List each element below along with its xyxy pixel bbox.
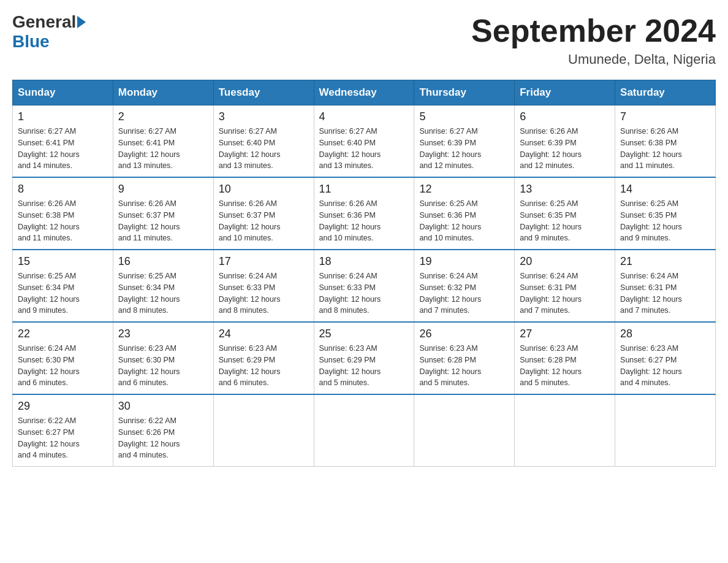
day-number: 3 xyxy=(219,110,309,123)
day-info: Sunrise: 6:27 AMSunset: 6:40 PMDaylight:… xyxy=(319,126,409,172)
calendar-cell: 7Sunrise: 6:26 AMSunset: 6:38 PMDaylight… xyxy=(615,105,716,178)
day-number: 30 xyxy=(118,400,208,413)
day-number: 24 xyxy=(219,327,309,340)
header-row: SundayMondayTuesdayWednesdayThursdayFrid… xyxy=(13,80,716,105)
day-info: Sunrise: 6:27 AMSunset: 6:39 PMDaylight:… xyxy=(419,126,509,172)
header-thursday: Thursday xyxy=(414,80,515,105)
calendar-cell: 5Sunrise: 6:27 AMSunset: 6:39 PMDaylight… xyxy=(414,105,515,178)
day-info: Sunrise: 6:23 AMSunset: 6:28 PMDaylight:… xyxy=(520,343,610,389)
day-number: 25 xyxy=(319,327,409,340)
calendar-cell xyxy=(314,394,414,467)
day-number: 6 xyxy=(520,110,610,123)
day-info: Sunrise: 6:26 AMSunset: 6:39 PMDaylight:… xyxy=(520,126,610,172)
calendar-cell: 29Sunrise: 6:22 AMSunset: 6:27 PMDayligh… xyxy=(13,394,113,467)
week-row-5: 29Sunrise: 6:22 AMSunset: 6:27 PMDayligh… xyxy=(13,394,716,467)
day-info: Sunrise: 6:27 AMSunset: 6:40 PMDaylight:… xyxy=(219,126,309,172)
calendar-cell: 10Sunrise: 6:26 AMSunset: 6:37 PMDayligh… xyxy=(213,177,314,250)
day-info: Sunrise: 6:26 AMSunset: 6:37 PMDaylight:… xyxy=(219,198,309,244)
day-number: 29 xyxy=(18,400,108,413)
day-number: 21 xyxy=(620,255,710,268)
day-number: 1 xyxy=(18,110,108,123)
day-number: 16 xyxy=(118,255,208,268)
day-info: Sunrise: 6:25 AMSunset: 6:34 PMDaylight:… xyxy=(118,270,208,316)
day-number: 19 xyxy=(419,255,509,268)
calendar-cell xyxy=(615,394,716,467)
day-number: 17 xyxy=(219,255,309,268)
day-info: Sunrise: 6:26 AMSunset: 6:37 PMDaylight:… xyxy=(118,198,208,244)
calendar-cell xyxy=(213,394,314,467)
day-info: Sunrise: 6:22 AMSunset: 6:27 PMDaylight:… xyxy=(18,415,108,461)
day-info: Sunrise: 6:25 AMSunset: 6:35 PMDaylight:… xyxy=(520,198,610,244)
day-info: Sunrise: 6:27 AMSunset: 6:41 PMDaylight:… xyxy=(118,126,208,172)
calendar-cell xyxy=(515,394,615,467)
calendar-table: SundayMondayTuesdayWednesdayThursdayFrid… xyxy=(12,80,716,467)
logo-general-text: General xyxy=(12,12,76,32)
day-number: 13 xyxy=(520,183,610,196)
day-info: Sunrise: 6:23 AMSunset: 6:29 PMDaylight:… xyxy=(319,343,409,389)
calendar-cell: 8Sunrise: 6:26 AMSunset: 6:38 PMDaylight… xyxy=(13,177,113,250)
calendar-cell: 25Sunrise: 6:23 AMSunset: 6:29 PMDayligh… xyxy=(314,322,414,394)
calendar-cell: 26Sunrise: 6:23 AMSunset: 6:28 PMDayligh… xyxy=(414,322,515,394)
calendar-cell: 11Sunrise: 6:26 AMSunset: 6:36 PMDayligh… xyxy=(314,177,414,250)
week-row-1: 1Sunrise: 6:27 AMSunset: 6:41 PMDaylight… xyxy=(13,105,716,178)
day-info: Sunrise: 6:27 AMSunset: 6:41 PMDaylight:… xyxy=(18,126,108,172)
week-row-4: 22Sunrise: 6:24 AMSunset: 6:30 PMDayligh… xyxy=(13,322,716,394)
logo: General Blue xyxy=(12,12,86,52)
calendar-cell xyxy=(414,394,515,467)
day-info: Sunrise: 6:24 AMSunset: 6:31 PMDaylight:… xyxy=(620,270,710,316)
header-friday: Friday xyxy=(515,80,615,105)
calendar-cell: 22Sunrise: 6:24 AMSunset: 6:30 PMDayligh… xyxy=(13,322,113,394)
day-info: Sunrise: 6:24 AMSunset: 6:33 PMDaylight:… xyxy=(319,270,409,316)
day-info: Sunrise: 6:26 AMSunset: 6:38 PMDaylight:… xyxy=(620,126,710,172)
calendar-cell: 2Sunrise: 6:27 AMSunset: 6:41 PMDaylight… xyxy=(113,105,213,178)
week-row-2: 8Sunrise: 6:26 AMSunset: 6:38 PMDaylight… xyxy=(13,177,716,250)
calendar-cell: 16Sunrise: 6:25 AMSunset: 6:34 PMDayligh… xyxy=(113,250,213,322)
calendar-cell: 1Sunrise: 6:27 AMSunset: 6:41 PMDaylight… xyxy=(13,105,113,178)
day-number: 8 xyxy=(18,183,108,196)
day-info: Sunrise: 6:23 AMSunset: 6:29 PMDaylight:… xyxy=(219,343,309,389)
calendar-cell: 15Sunrise: 6:25 AMSunset: 6:34 PMDayligh… xyxy=(13,250,113,322)
day-number: 28 xyxy=(620,327,710,340)
calendar-cell: 28Sunrise: 6:23 AMSunset: 6:27 PMDayligh… xyxy=(615,322,716,394)
day-number: 4 xyxy=(319,110,409,123)
calendar-cell: 9Sunrise: 6:26 AMSunset: 6:37 PMDaylight… xyxy=(113,177,213,250)
logo-triangle-icon xyxy=(77,16,86,28)
day-number: 10 xyxy=(219,183,309,196)
calendar-cell: 6Sunrise: 6:26 AMSunset: 6:39 PMDaylight… xyxy=(515,105,615,178)
day-number: 22 xyxy=(18,327,108,340)
day-info: Sunrise: 6:24 AMSunset: 6:30 PMDaylight:… xyxy=(18,343,108,389)
calendar-cell: 14Sunrise: 6:25 AMSunset: 6:35 PMDayligh… xyxy=(615,177,716,250)
day-info: Sunrise: 6:24 AMSunset: 6:33 PMDaylight:… xyxy=(219,270,309,316)
day-info: Sunrise: 6:25 AMSunset: 6:34 PMDaylight:… xyxy=(18,270,108,316)
day-number: 14 xyxy=(620,183,710,196)
calendar-cell: 23Sunrise: 6:23 AMSunset: 6:30 PMDayligh… xyxy=(113,322,213,394)
day-number: 27 xyxy=(520,327,610,340)
day-info: Sunrise: 6:25 AMSunset: 6:36 PMDaylight:… xyxy=(419,198,509,244)
day-number: 9 xyxy=(118,183,208,196)
header-saturday: Saturday xyxy=(615,80,716,105)
calendar-cell: 27Sunrise: 6:23 AMSunset: 6:28 PMDayligh… xyxy=(515,322,615,394)
calendar-cell: 3Sunrise: 6:27 AMSunset: 6:40 PMDaylight… xyxy=(213,105,314,178)
day-info: Sunrise: 6:26 AMSunset: 6:38 PMDaylight:… xyxy=(18,198,108,244)
calendar-title: September 2024 xyxy=(471,12,716,49)
calendar-cell: 18Sunrise: 6:24 AMSunset: 6:33 PMDayligh… xyxy=(314,250,414,322)
day-info: Sunrise: 6:24 AMSunset: 6:31 PMDaylight:… xyxy=(520,270,610,316)
day-info: Sunrise: 6:24 AMSunset: 6:32 PMDaylight:… xyxy=(419,270,509,316)
day-number: 23 xyxy=(118,327,208,340)
calendar-cell: 20Sunrise: 6:24 AMSunset: 6:31 PMDayligh… xyxy=(515,250,615,322)
week-row-3: 15Sunrise: 6:25 AMSunset: 6:34 PMDayligh… xyxy=(13,250,716,322)
header-tuesday: Tuesday xyxy=(213,80,314,105)
calendar-cell: 17Sunrise: 6:24 AMSunset: 6:33 PMDayligh… xyxy=(213,250,314,322)
logo-blue-text: Blue xyxy=(12,32,50,52)
calendar-cell: 24Sunrise: 6:23 AMSunset: 6:29 PMDayligh… xyxy=(213,322,314,394)
day-info: Sunrise: 6:25 AMSunset: 6:35 PMDaylight:… xyxy=(620,198,710,244)
day-number: 26 xyxy=(419,327,509,340)
header-wednesday: Wednesday xyxy=(314,80,414,105)
calendar-cell: 13Sunrise: 6:25 AMSunset: 6:35 PMDayligh… xyxy=(515,177,615,250)
day-info: Sunrise: 6:22 AMSunset: 6:26 PMDaylight:… xyxy=(118,415,208,461)
day-info: Sunrise: 6:23 AMSunset: 6:30 PMDaylight:… xyxy=(118,343,208,389)
calendar-cell: 12Sunrise: 6:25 AMSunset: 6:36 PMDayligh… xyxy=(414,177,515,250)
calendar-cell: 19Sunrise: 6:24 AMSunset: 6:32 PMDayligh… xyxy=(414,250,515,322)
calendar-cell: 21Sunrise: 6:24 AMSunset: 6:31 PMDayligh… xyxy=(615,250,716,322)
logo-blue-part xyxy=(76,16,86,28)
